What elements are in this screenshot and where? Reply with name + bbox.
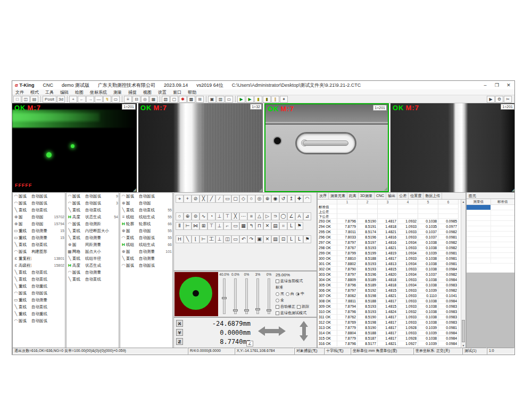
table-row[interactable]: 312 OK7.87698.51981.48171.09330.10380.09… [318, 320, 461, 325]
toolbar-button[interactable]: ▮ [263, 96, 271, 103]
list-item[interactable]: H线组线组生成66 [120, 241, 172, 248]
camera-panel-2[interactable]: OKM:7 1=32 ◢ [138, 103, 263, 192]
tool-icon[interactable]: ⊘ [192, 195, 200, 203]
tool-icon[interactable]: ⊢ [200, 235, 207, 243]
jog-right-icon[interactable] [279, 326, 286, 336]
list-item[interactable]: ▭重线自动测量 [13, 297, 65, 303]
table-row[interactable]: 296 OK7.80338.51961.48161.09330.10370.09… [318, 235, 461, 240]
slider-thumb[interactable] [255, 308, 260, 310]
menu-item[interactable]: 文件 [12, 89, 27, 95]
tool-icon[interactable]: ◫ [223, 235, 231, 243]
toolbar-button[interactable]: ▶ [237, 96, 245, 103]
menu-item[interactable]: 帮助 [185, 89, 200, 95]
menu-item[interactable]: 窗口 [170, 89, 185, 95]
camera-panel-1[interactable]: FFFFF OKM:7 1=201 ◢ [12, 103, 137, 192]
toolbar-button[interactable]: ← [78, 96, 86, 103]
toolbar-button[interactable]: ▦ [149, 96, 157, 103]
list-item[interactable]: ╲直线自动直线 [13, 207, 65, 213]
toolbar-button[interactable]: ▶ [487, 96, 495, 103]
tool-icon[interactable]: ∿ [200, 212, 207, 220]
toolbar-button[interactable]: ⚙ [495, 96, 503, 103]
camera-panel-3-selected[interactable]: OKM:7 1=201 ◢ [264, 103, 389, 192]
graphic-row[interactable] [467, 253, 515, 258]
toolbar-button[interactable]: ⊞ [196, 96, 204, 103]
list-item[interactable]: Ɛ重复程序13801 [13, 255, 65, 262]
list-item[interactable]: ╲直线线组半径 [66, 255, 119, 262]
table-tab[interactable]: 次序 [318, 193, 329, 199]
tool-icon[interactable]: ⊥ [215, 212, 223, 220]
toolbar-button[interactable]: ◎ [141, 96, 149, 103]
table-row[interactable]: 307 OK7.80628.51981.48211.09330.11100.10… [318, 293, 461, 299]
toolbar-button[interactable]: ▣ [208, 96, 216, 103]
resize-grip-icon[interactable]: ◢ [384, 187, 387, 191]
tool-icon[interactable]: ◇ [239, 195, 247, 203]
tool-icon[interactable]: ⊥ [215, 235, 223, 243]
toolbar-button[interactable]: ▭ [225, 96, 233, 103]
tool-icon[interactable]: ⊜ [192, 212, 200, 220]
toolbar-button[interactable]: ◫ [22, 96, 30, 103]
table-tab[interactable]: 距离 [347, 193, 359, 199]
graphic-row[interactable] [467, 258, 515, 263]
list-item[interactable]: ▭重线自动测量15 [13, 234, 65, 241]
menu-item[interactable]: 设置 [155, 89, 170, 95]
menu-item[interactable]: 模式 [27, 89, 42, 95]
scrollbar-thumb[interactable] [462, 320, 465, 342]
tool-icon[interactable]: Ⅱ [176, 222, 184, 230]
tool-icon[interactable]: ○ [176, 212, 184, 220]
radio-option[interactable]: 白 [286, 291, 294, 297]
list-item[interactable]: H高度状态生成 [66, 262, 119, 269]
tool-icon[interactable]: ╳ [231, 212, 239, 220]
tool-icon[interactable]: ▤ [271, 222, 279, 230]
toolbar-button[interactable]: ↯ [103, 96, 111, 103]
tool-icon[interactable]: ○ [247, 195, 255, 203]
list-item[interactable]: ╲直线自动直线 [13, 303, 65, 310]
tool-icon[interactable]: ⊕ [184, 212, 192, 220]
graphic-row[interactable] [467, 221, 515, 226]
graphic-panel-tab[interactable]: 图元 [467, 193, 515, 199]
list-item[interactable]: ◠圆弧构建图形 [13, 248, 65, 255]
list-item[interactable]: ⊕圆自动圆15794 [13, 220, 65, 227]
menu-item[interactable]: 捕捉 [125, 89, 140, 95]
table-row[interactable]: 301 OK7.88028.51931.48131.09340.10380.09… [318, 261, 461, 267]
table-row[interactable]: 294 OK7.87798.51911.48181.09330.10350.09… [318, 224, 461, 229]
table-row[interactable]: 298 OK7.87678.51931.48211.09330.10380.09… [318, 245, 461, 251]
tool-icon[interactable]: ▭ [231, 235, 239, 243]
tool-icon[interactable]: ↶ [239, 235, 247, 243]
slider-thumb[interactable] [244, 309, 249, 311]
list-item[interactable]: ≡线组线组生成55 [120, 213, 172, 220]
table-tab[interactable]: 输出 [386, 193, 397, 199]
jog-left-icon[interactable] [258, 326, 265, 336]
graphic-row[interactable] [467, 216, 515, 221]
menu-item[interactable]: 工具 [42, 89, 57, 95]
jog-vertical-arrows[interactable] [300, 321, 308, 341]
menu-item[interactable]: 视图 [140, 89, 155, 95]
list-item[interactable]: ╲直线自动直线 [66, 207, 119, 213]
table-row[interactable]: 313 OK7.87798.51901.48171.09280.10390.09… [318, 325, 461, 331]
jog-horizontal-arrows[interactable] [258, 326, 286, 336]
slider[interactable]: 3% [252, 273, 263, 317]
radio-icon[interactable] [276, 299, 279, 302]
tool-icon[interactable]: ▢ [231, 195, 239, 203]
graphic-row[interactable] [467, 237, 515, 242]
slider-track[interactable] [223, 278, 226, 314]
tool-icon[interactable]: ✕ [263, 235, 271, 243]
list-item[interactable]: H轮廓轮廓线66 [120, 220, 172, 227]
tool-icon[interactable]: ⊞ [200, 222, 207, 230]
slider-track[interactable] [245, 278, 248, 314]
toolbar-button[interactable]: ▶ [246, 96, 254, 103]
list-item[interactable]: ◠圆弧自动圆弧9 [66, 193, 119, 200]
tool-icon[interactable]: ◔ [207, 212, 215, 220]
tool-icon[interactable]: ╱ [207, 195, 215, 203]
tool-icon[interactable]: Ⅼ [287, 222, 295, 230]
radio-option[interactable]: 中 [296, 291, 304, 297]
checkbox-option[interactable]: 蓝绿色测试模式 [276, 310, 306, 316]
tool-icon[interactable]: ✕ [263, 222, 271, 230]
tool-icon[interactable]: ▷ [263, 212, 271, 220]
slider[interactable]: 0.0% [230, 273, 241, 317]
radio-option[interactable]: 全 [276, 298, 284, 303]
tool-icon[interactable]: ⊤ [207, 222, 215, 230]
slider-track[interactable] [256, 278, 259, 314]
list-item[interactable]: ╲重线自动重线 [13, 310, 65, 317]
axis-icon[interactable]: Y [176, 329, 183, 336]
menu-item[interactable]: 测量 [110, 89, 125, 95]
